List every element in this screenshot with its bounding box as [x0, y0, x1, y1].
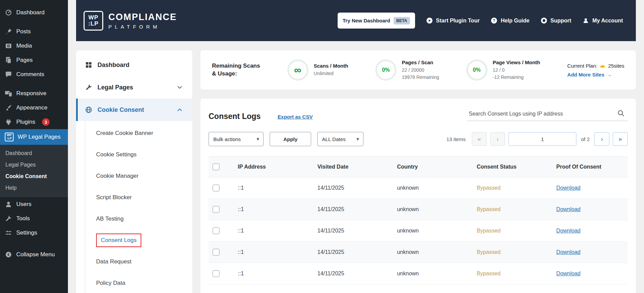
- current-page-input[interactable]: [508, 132, 576, 146]
- paintbrush-icon: [5, 104, 12, 111]
- sidebar-item-settings[interactable]: Settings: [0, 226, 68, 240]
- wplp-submenu: Dashboard Legal Pages Cookie Consent Hel…: [0, 145, 68, 197]
- prev-page-button[interactable]: ‹: [490, 132, 505, 146]
- date-filter-select[interactable]: ALL Dates: [317, 132, 363, 146]
- sidebar-item-pages[interactable]: Pages: [0, 53, 68, 67]
- search-area: [467, 108, 628, 121]
- plugin-nav-cookie-consent[interactable]: Cookie Consent: [76, 99, 192, 121]
- next-page-button[interactable]: ›: [594, 132, 609, 146]
- pushpin-icon: [5, 28, 12, 35]
- subnav-data-request[interactable]: Data Request: [85, 251, 192, 272]
- search-icon[interactable]: [617, 109, 625, 117]
- download-link[interactable]: Download: [556, 249, 580, 255]
- download-link[interactable]: Download: [556, 206, 580, 212]
- submenu-item-legal-pages[interactable]: Legal Pages: [0, 159, 68, 171]
- cell-status: Bypassed: [472, 220, 552, 242]
- submenu-item-dashboard[interactable]: Dashboard: [0, 148, 68, 159]
- sidebar-item-label: Posts: [16, 28, 31, 35]
- subnav-ab-testing[interactable]: AB Testing: [85, 208, 192, 229]
- cookie-consent-submenu: Create Cookie Banner Cookie Settings Coo…: [85, 121, 192, 293]
- sidebar-item-posts[interactable]: Posts: [0, 24, 68, 39]
- support-link[interactable]: Support: [540, 17, 571, 24]
- subnav-consent-logs[interactable]: Consent Logs: [85, 229, 192, 251]
- pagination-controls: 13 items « ‹ of 2 › »: [446, 132, 628, 146]
- pages-icon: [5, 56, 12, 64]
- download-link[interactable]: Download: [556, 228, 580, 234]
- sidebar-item-plugins[interactable]: Plugins 3: [0, 115, 68, 129]
- stat-label: Page Views / Month: [493, 59, 540, 65]
- sidebar-item-media[interactable]: Media: [0, 39, 68, 53]
- cell-ip: ::1: [234, 242, 313, 263]
- add-more-sites-link[interactable]: Add More Sites →: [567, 72, 624, 77]
- sidebar-item-tools[interactable]: Tools: [0, 211, 68, 226]
- subnav-cookie-manager[interactable]: Cookie Manager: [85, 165, 192, 187]
- sidebar-item-users[interactable]: Users: [0, 197, 68, 211]
- play-circle-icon: [426, 17, 433, 24]
- consent-logs-card: Consent Logs Export as CSV Bulk actions …: [200, 99, 636, 293]
- try-new-dashboard-button[interactable]: Try New Dashboard BETA: [338, 13, 415, 29]
- logo-line-compliance: COMPLIANCE: [108, 12, 177, 22]
- cell-status: Bypassed: [472, 199, 552, 220]
- dashboard-icon: [5, 9, 12, 16]
- sidebar-item-dashboard[interactable]: Dashboard: [0, 5, 68, 20]
- submenu-item-cookie-consent[interactable]: Cookie Consent: [0, 171, 68, 182]
- plugins-update-badge: 3: [42, 118, 50, 126]
- cell-country: unknown: [393, 263, 472, 285]
- sidebar-item-label: Pages: [16, 57, 33, 64]
- total-pages-label: of 2: [580, 136, 591, 142]
- submenu-item-help[interactable]: Help: [0, 182, 68, 194]
- row-checkbox[interactable]: [213, 185, 219, 191]
- select-all-checkbox[interactable]: [213, 163, 219, 170]
- stat-remaining: 19978 Remaining: [402, 74, 439, 81]
- sidebar-item-label: Users: [16, 201, 31, 208]
- row-checkbox[interactable]: [213, 249, 219, 256]
- cell-date: 14/11/2025: [313, 177, 393, 199]
- subnav-script-blocker[interactable]: Script Blocker: [85, 187, 192, 208]
- logo-line-platform: PLATFORM: [108, 24, 177, 30]
- settings-icon: [5, 229, 12, 237]
- svg-text:?: ?: [493, 18, 495, 22]
- row-checkbox[interactable]: [213, 270, 219, 277]
- apply-button[interactable]: Apply: [270, 132, 311, 146]
- cell-country: unknown: [393, 177, 472, 199]
- date-filter-select-wrap: ALL Dates: [317, 132, 363, 146]
- subnav-policy-data[interactable]: Policy Data: [85, 272, 192, 293]
- content-area: WP :LP COMPLIANCE PLATFORM Try New Dashb…: [68, 0, 644, 293]
- start-plugin-tour-link[interactable]: Start Plugin Tour: [426, 17, 480, 24]
- download-link[interactable]: Download: [556, 271, 580, 276]
- legal-tool-icon: [85, 84, 92, 91]
- wplp-logo-text: COMPLIANCE PLATFORM: [108, 12, 177, 30]
- sidebar-item-label: Media: [16, 42, 32, 49]
- media-icon: [5, 42, 12, 50]
- wplp-logo-icon: WP:LP: [5, 133, 14, 141]
- plugin-nav-legal-pages[interactable]: Legal Pages: [76, 76, 192, 99]
- export-csv-link[interactable]: Export as CSV: [278, 114, 312, 121]
- first-page-button[interactable]: «: [472, 132, 487, 146]
- search-input[interactable]: [467, 108, 628, 121]
- stat-page-views-per-month: 0% Page Views / Month 12 / 0 -12 Remaini…: [466, 59, 540, 81]
- sidebar-item-label: Responsive: [16, 90, 47, 97]
- sidebar-item-label: Settings: [16, 229, 37, 236]
- row-checkbox[interactable]: [213, 206, 219, 213]
- sidebar-item-wp-legal-pages[interactable]: WP:LP WP Legal Pages: [0, 129, 68, 145]
- col-consent-status: Consent Status: [472, 157, 552, 177]
- plugin-nav-dashboard[interactable]: Dashboard: [76, 54, 192, 76]
- sidebar-item-responsive[interactable]: Responsive: [0, 86, 68, 101]
- bulk-actions-select[interactable]: Bulk actions: [209, 132, 264, 146]
- infinity-donut: ∞: [287, 59, 308, 81]
- download-link[interactable]: Download: [556, 185, 580, 191]
- consent-logs-annotation-box: Consent Logs: [96, 234, 141, 247]
- stats-heading: Remaining Scans & Usage:: [212, 62, 260, 78]
- sidebar-item-appearance[interactable]: Appearance: [0, 101, 68, 115]
- chevron-up-icon: [176, 106, 183, 114]
- row-checkbox[interactable]: [213, 227, 219, 234]
- sidebar-item-comments[interactable]: Comments: [0, 67, 68, 82]
- subnav-create-cookie-banner[interactable]: Create Cookie Banner: [85, 122, 192, 144]
- table-row: ::1 14/11/2025 unknown Bypassed Download: [209, 199, 628, 220]
- collapse-menu-button[interactable]: Collapse Menu: [0, 247, 68, 262]
- my-account-link[interactable]: My Account: [582, 17, 623, 24]
- help-guide-link[interactable]: ? Help Guide: [490, 17, 529, 24]
- last-page-button[interactable]: »: [613, 132, 628, 146]
- subnav-cookie-settings[interactable]: Cookie Settings: [85, 144, 192, 165]
- col-ip-address: IP Address: [234, 157, 313, 177]
